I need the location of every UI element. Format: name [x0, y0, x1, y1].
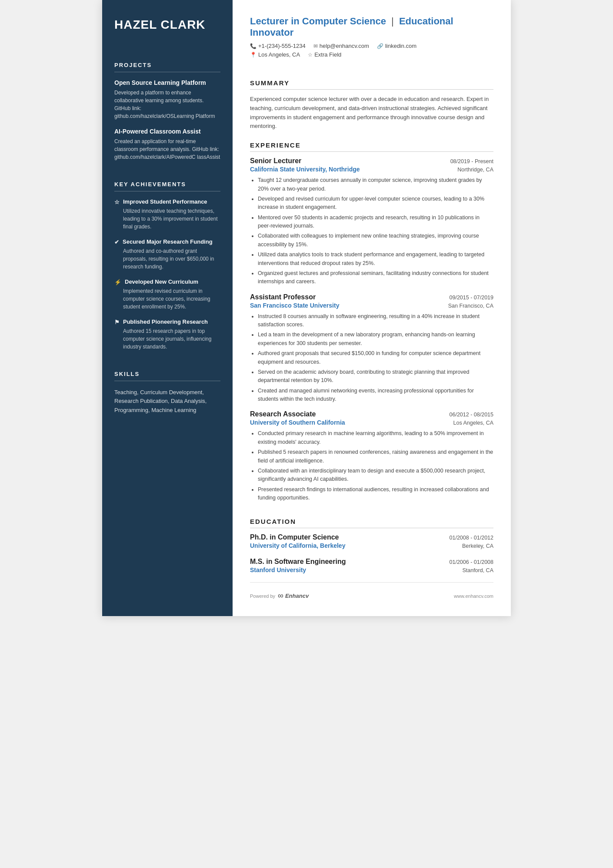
exp-3-bullet-2: Published 5 research papers in renowned … [258, 448, 493, 465]
experience-divider [250, 151, 493, 152]
phone-text: +1-(234)-555-1234 [258, 43, 306, 49]
exp-2-role: Assistant Professor [250, 293, 316, 301]
exp-2-header: Assistant Professor 09/2015 - 07/2019 [250, 293, 493, 301]
summary-text: Experienced computer science lecturer wi… [250, 95, 493, 131]
job-title: Lecturer in Computer Science | Education… [250, 16, 493, 38]
achievement-2-title: ✔ Secured Major Research Funding [114, 238, 220, 245]
job-title-part1: Lecturer in Computer Science [250, 16, 386, 27]
exp-1-date: 08/2019 - Present [450, 158, 493, 164]
exp-2-bullet-3: Authored grant proposals that secured $1… [258, 349, 493, 366]
title-divider: | [391, 16, 396, 27]
extra-text: Extra Field [314, 51, 341, 58]
project-1-title: Open Source Learning Platform [114, 79, 220, 86]
edu-2-header: M.S. in Software Engineering 01/2006 - 0… [250, 558, 493, 566]
edu-1-org: University of California, Berkeley [250, 542, 345, 549]
brand-name: Enhancv [285, 593, 309, 599]
exp-1-bullet-6: Organized guest lectures and professiona… [258, 269, 493, 286]
project-2: AI-Powered Classroom Assist Created an a… [114, 128, 220, 169]
exp-1-bullet-4: Collaborated with colleagues to implemen… [258, 232, 493, 249]
skills-section-title: SKILLS [114, 371, 220, 377]
edu-1-sub: University of California, Berkeley Berke… [250, 542, 493, 549]
achievement-3: ⚡ Developed New Curriculum Implemented r… [114, 278, 220, 311]
education-1: Ph.D. in Computer Science 01/2008 - 01/2… [250, 533, 493, 553]
project-2-title: AI-Powered Classroom Assist [114, 128, 220, 135]
education-2: M.S. in Software Engineering 01/2006 - 0… [250, 558, 493, 577]
summary-divider [250, 89, 493, 90]
achievement-1-title: ☆ Improved Student Performance [114, 198, 220, 205]
main-header: Lecturer in Computer Science | Education… [250, 16, 493, 60]
contact-phone: 📞 +1-(234)-555-1234 [250, 43, 306, 49]
candidate-name: HAZEL CLARK [114, 17, 220, 32]
edu-1-date: 01/2008 - 01/2012 [450, 535, 493, 541]
exp-2-sub: San Francisco State University San Franc… [250, 302, 493, 309]
exp-2-bullet-4: Served on the academic advisory board, c… [258, 368, 493, 385]
exp-1-role: Senior Lecturer [250, 157, 301, 165]
contact-extra: ☆ Extra Field [308, 51, 341, 58]
exp-1-bullet-2: Developed and revised curriculum for upp… [258, 195, 493, 212]
achievement-4-desc: Authored 15 research papers in top compu… [114, 327, 220, 351]
edu-2-location: Stanford, CA [462, 567, 493, 573]
exp-3-date: 06/2012 - 08/2015 [450, 412, 493, 418]
main-content: Lecturer in Computer Science | Education… [233, 0, 511, 616]
email-icon: ✉ [313, 43, 318, 49]
achievement-3-icon: ⚡ [114, 279, 121, 285]
achievement-4: ⚑ Published Pioneering Research Authored… [114, 318, 220, 351]
exp-3-bullet-4: Presented research findings to internati… [258, 486, 493, 503]
footer: Powered by ∞ Enhancv www.enhancv.com [250, 582, 493, 600]
achievements-divider [114, 191, 220, 191]
exp-2-bullet-2: Led a team in the development of a new l… [258, 331, 493, 348]
edu-2-degree: M.S. in Software Engineering [250, 558, 346, 566]
project-2-desc: Created an application for real-time cla… [114, 137, 220, 161]
project-1: Open Source Learning Platform Developed … [114, 79, 220, 128]
skills-divider [114, 381, 220, 381]
exp-1-bullet-3: Mentored over 50 students in academic pr… [258, 214, 493, 231]
phone-icon: 📞 [250, 43, 257, 49]
achievement-4-icon: ⚑ [114, 319, 120, 325]
contact-linkedin: 🔗 linkedin.com [377, 43, 416, 49]
achievement-1: ☆ Improved Student Performance Utilized … [114, 198, 220, 231]
exp-1-bullets: Taught 12 undergraduate courses annually… [250, 176, 493, 286]
exp-3-bullet-3: Collaborated with an interdisciplinary t… [258, 467, 493, 484]
exp-1-org: California State University, Northridge [250, 166, 360, 173]
exp-1-location: Northridge, CA [457, 167, 493, 173]
exp-3-bullets: Conducted primary research in machine le… [250, 429, 493, 502]
email-text: help@enhancv.com [320, 43, 369, 49]
footer-website: www.enhancv.com [454, 593, 493, 599]
contact-row-1: 📞 +1-(234)-555-1234 ✉ help@enhancv.com 🔗… [250, 43, 493, 49]
achievement-3-title: ⚡ Developed New Curriculum [114, 278, 220, 285]
skills-text: Teaching, Curriculum Development, Resear… [114, 388, 220, 415]
exp-3-sub: University of Southern California Los An… [250, 419, 493, 426]
exp-1-header: Senior Lecturer 08/2019 - Present [250, 157, 493, 165]
projects-section-title: PROJECTS [114, 62, 220, 68]
location-text: Los Angeles, CA [258, 51, 300, 58]
exp-2-location: San Francisco, CA [448, 303, 493, 309]
experience-title: EXPERIENCE [250, 141, 493, 149]
powered-by-text: Powered by [250, 593, 275, 599]
contact-email: ✉ help@enhancv.com [313, 43, 369, 49]
exp-2-date: 09/2015 - 07/2019 [450, 295, 493, 301]
edu-2-date: 01/2006 - 01/2008 [450, 559, 493, 565]
exp-3-header: Research Associate 06/2012 - 08/2015 [250, 410, 493, 418]
footer-left: Powered by ∞ Enhancv [250, 591, 309, 600]
exp-3-location: Los Angeles, CA [453, 420, 493, 426]
achievement-2-desc: Authored and co-authored grant proposals… [114, 247, 220, 271]
edu-1-location: Berkeley, CA [462, 543, 493, 549]
achievement-1-icon: ☆ [114, 199, 120, 205]
exp-2-bullet-1: Instructed 8 courses annually in softwar… [258, 312, 493, 329]
edu-1-header: Ph.D. in Computer Science 01/2008 - 01/2… [250, 533, 493, 541]
exp-2-bullet-5: Created and managed alumni networking ev… [258, 387, 493, 404]
achievement-4-title: ⚑ Published Pioneering Research [114, 318, 220, 325]
star-icon: ☆ [308, 52, 313, 58]
exp-3-bullet-1: Conducted primary research in machine le… [258, 429, 493, 446]
contact-location: 📍 Los Angeles, CA [250, 51, 300, 58]
exp-1-sub: California State University, Northridge … [250, 166, 493, 173]
achievement-1-desc: Utilized innovative teaching techniques,… [114, 207, 220, 231]
edu-1-degree: Ph.D. in Computer Science [250, 533, 339, 541]
education-title: EDUCATION [250, 518, 493, 525]
achievement-2-icon: ✔ [114, 239, 119, 245]
exp-3-role: Research Associate [250, 410, 316, 418]
edu-2-sub: Stanford University Stanford, CA [250, 566, 493, 573]
exp-1-bullet-5: Utilized data analytics tools to track s… [258, 251, 493, 268]
exp-1-bullet-1: Taught 12 undergraduate courses annually… [258, 176, 493, 193]
projects-divider [114, 72, 220, 72]
